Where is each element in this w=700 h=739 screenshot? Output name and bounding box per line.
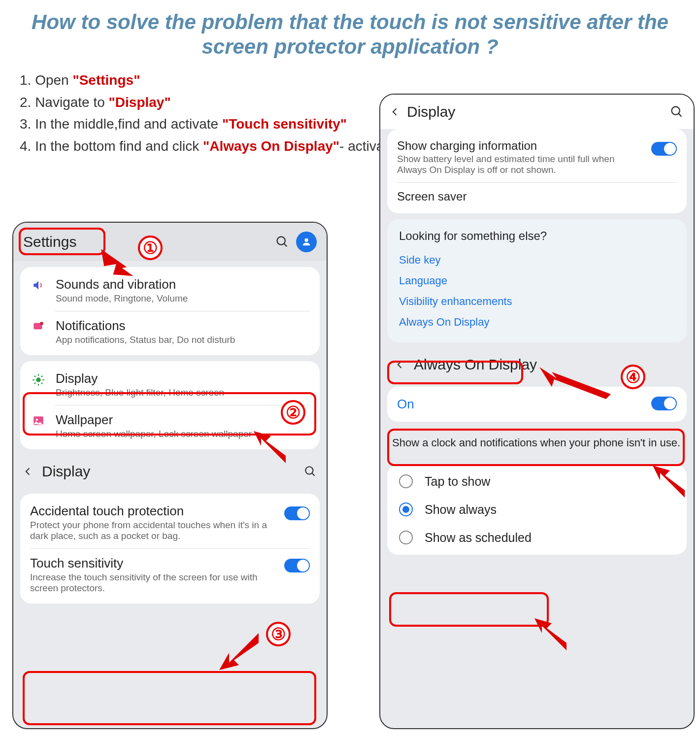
svg-line-10 <box>34 376 35 377</box>
svg-point-5 <box>36 377 40 382</box>
notification-icon <box>30 320 47 333</box>
radio-unchecked-icon <box>399 531 413 544</box>
svg-line-1 <box>284 244 287 247</box>
aod-title: Always On Display <box>414 356 684 373</box>
aod-description: Show a clock and notifications when your… <box>380 428 694 459</box>
accidental-touch-toggle[interactable] <box>284 506 310 520</box>
row-subtitle: Home screen wallpaper, Lock screen wallp… <box>56 429 310 439</box>
suggestions-card: Looking for something else? Side key Lan… <box>387 219 687 342</box>
display-card: Show charging information Show battery l… <box>387 129 687 213</box>
back-icon[interactable] <box>390 107 400 117</box>
link-visibility[interactable]: Visibility enhancements <box>399 291 675 312</box>
charging-toggle[interactable] <box>651 142 677 156</box>
option-label: Tap to show <box>425 474 490 489</box>
option-label: Show always <box>425 503 497 517</box>
settings-group-2: Display Brightness, Blue light filter, H… <box>20 361 320 449</box>
row-title: Accidental touch protection <box>30 504 275 519</box>
wallpaper-row[interactable]: Wallpaper Home screen wallpaper, Lock sc… <box>20 405 320 446</box>
back-icon[interactable] <box>23 467 33 476</box>
display-row[interactable]: Display Brightness, Blue light filter, H… <box>20 364 320 405</box>
link-always-on-display[interactable]: Always On Display <box>399 312 675 333</box>
step-text: 4. In the bottom find and click <box>20 138 203 154</box>
row-title: Display <box>56 371 310 386</box>
back-icon[interactable] <box>395 360 405 370</box>
display-page-header: Display <box>13 455 327 488</box>
step-highlight: "Settings" <box>72 72 140 88</box>
step-text: 3. In the middle,find and activate <box>20 116 222 132</box>
step-highlight: "Display" <box>109 95 171 110</box>
svg-line-11 <box>41 383 42 384</box>
step-text: 2. Navigate to <box>20 95 109 110</box>
display-header: Display <box>380 95 694 129</box>
display-settings-card: Accidental touch protection Protect your… <box>20 494 320 604</box>
suggest-heading: Looking for something else? <box>399 229 675 243</box>
radio-unchecked-icon <box>399 474 413 488</box>
option-tap-to-show[interactable]: Tap to show <box>387 468 687 496</box>
svg-line-13 <box>41 376 42 377</box>
phone-mock-right: Display Show charging information Show b… <box>379 94 695 729</box>
svg-point-18 <box>672 107 680 115</box>
option-show-scheduled[interactable]: Show as scheduled <box>387 524 687 552</box>
settings-group-1: Sounds and vibration Sound mode, Rington… <box>20 267 320 355</box>
row-subtitle: Increase the touch sensitivity of the sc… <box>30 572 275 594</box>
svg-point-4 <box>40 322 43 325</box>
svg-line-17 <box>312 473 314 475</box>
charging-info-row[interactable]: Show charging information Show battery l… <box>387 132 687 182</box>
display-title: Display <box>407 103 663 120</box>
link-language[interactable]: Language <box>399 270 675 291</box>
wallpaper-icon <box>30 414 47 427</box>
display-icon <box>30 373 47 387</box>
phone-mock-left: Settings Sounds and vibration Sound mode… <box>12 222 328 729</box>
row-subtitle: Brightness, Blue light filter, Home scre… <box>56 387 310 398</box>
on-label: On <box>397 397 642 412</box>
svg-point-0 <box>277 237 285 245</box>
option-label: Show as scheduled <box>425 531 532 545</box>
row-title: Screen saver <box>397 190 467 203</box>
step-text: 1. Open <box>20 72 72 88</box>
row-subtitle: App notifications, Status bar, Do not di… <box>56 335 310 345</box>
svg-line-12 <box>34 383 35 384</box>
touch-sensitivity-toggle[interactable] <box>284 559 310 572</box>
row-subtitle: Show battery level and estimated time un… <box>397 154 642 175</box>
link-side-key[interactable]: Side key <box>399 250 675 270</box>
settings-header: Settings <box>13 223 327 261</box>
row-title: Show charging information <box>397 139 642 153</box>
row-title: Notifications <box>56 318 310 334</box>
row-title: Touch sensitivity <box>30 556 275 571</box>
svg-point-15 <box>36 419 38 421</box>
aod-header-bar: Always On Display <box>380 348 694 381</box>
aod-options-card: Tap to show Show always Show as schedule… <box>387 465 687 555</box>
touch-sensitivity-row[interactable]: Touch sensitivity Increase the touch sen… <box>20 549 320 601</box>
svg-line-19 <box>679 114 682 117</box>
search-icon[interactable] <box>275 235 289 249</box>
aod-toggle[interactable] <box>651 397 677 410</box>
notifications-row[interactable]: Notifications App notifications, Status … <box>20 311 320 352</box>
row-title: Sounds and vibration <box>56 277 310 292</box>
aod-on-row[interactable]: On <box>387 390 687 419</box>
step-highlight: "Always On Display" <box>203 138 339 154</box>
avatar-icon[interactable] <box>296 232 317 252</box>
settings-title: Settings <box>23 234 268 250</box>
step-highlight: "Touch sensitivity" <box>222 116 347 132</box>
row-title: Wallpaper <box>56 412 310 428</box>
accidental-touch-row[interactable]: Accidental touch protection Protect your… <box>20 497 320 548</box>
svg-point-16 <box>305 467 313 474</box>
search-icon[interactable] <box>304 465 317 478</box>
aod-on-card: On <box>387 387 687 422</box>
sounds-row[interactable]: Sounds and vibration Sound mode, Rington… <box>20 270 320 311</box>
row-subtitle: Sound mode, Ringtone, Volume <box>56 293 310 304</box>
screensaver-row[interactable]: Screen saver <box>387 183 687 210</box>
search-icon[interactable] <box>670 105 684 119</box>
sound-icon <box>30 279 47 292</box>
row-subtitle: Protect your phone from accidental touch… <box>30 520 275 541</box>
radio-checked-icon <box>399 503 413 516</box>
svg-point-2 <box>304 238 308 242</box>
display-header-title: Display <box>42 463 295 480</box>
option-show-always[interactable]: Show always <box>387 496 687 524</box>
page-title: How to solve the problem that the touch … <box>0 0 700 65</box>
